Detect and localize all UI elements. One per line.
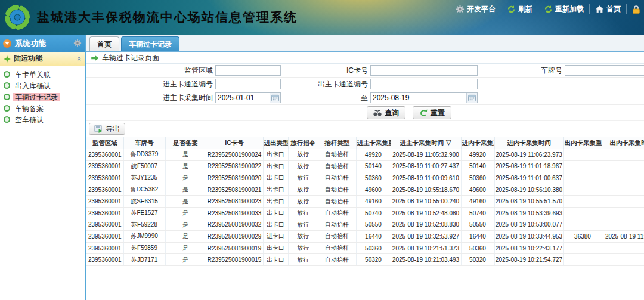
reload-link[interactable]: 重新加载	[538, 4, 590, 14]
column-header[interactable]: 进出类型	[263, 137, 288, 149]
entry-channel-input[interactable]	[215, 79, 281, 89]
table-row[interactable]: 2395360001苏JM9990是R239525081900029进卡口放行自…	[86, 231, 644, 243]
sidebar-header[interactable]: 系统功能	[0, 35, 85, 52]
table-cell: 2025-08-19 10:56:10.380	[494, 184, 564, 196]
refresh-link[interactable]: 刷新	[501, 4, 538, 14]
collect-from-datebox	[215, 92, 281, 103]
sidebar: 系统功能 陆运功能 « 车卡单关联 出入库确认 车辆过卡记录	[0, 35, 86, 300]
column-header[interactable]: IC卡号	[206, 137, 263, 149]
tab-home[interactable]: 首页	[89, 36, 119, 51]
table-cell: 苏F59859	[123, 242, 165, 254]
dev-platform-link[interactable]: 开发平台	[450, 4, 501, 14]
sidebar-item-card-link[interactable]: 车卡单关联	[0, 69, 85, 80]
table-row[interactable]: 2395360001皖F50007是R239525081900022出卡口放行自…	[86, 160, 644, 172]
column-header[interactable]: 放行指令	[288, 137, 318, 149]
table-cell: 50360	[461, 172, 494, 184]
sidebar-item-inout-confirm[interactable]: 出入库确认	[0, 80, 85, 91]
table-cell: 是	[165, 149, 206, 161]
table-cell: 是	[165, 254, 206, 266]
reset-button[interactable]: 重置	[413, 106, 451, 119]
collapse-chevrons-icon[interactable]: «	[76, 57, 83, 61]
table-cell: 2025-08-19 10:33:44.953	[494, 231, 564, 243]
lock-button[interactable]	[627, 5, 644, 14]
binoculars-icon	[373, 110, 382, 116]
column-header[interactable]: 进内卡采集重	[461, 137, 494, 149]
calendar-icon[interactable]	[270, 93, 280, 103]
table-cell	[564, 160, 602, 172]
ic-card-input[interactable]	[370, 65, 478, 76]
main-panel: 首页 车辆过卡记录 车辆过卡记录页面 监管区域 IC卡号 车牌号	[86, 35, 644, 300]
table-cell: 苏FE1527	[123, 207, 165, 219]
sprout-icon	[4, 55, 11, 63]
table-row[interactable]: 2395360001苏FE1527是R239525081900033出卡口放行自…	[86, 207, 644, 219]
table-row[interactable]: 2395360001苏F59859是R239525081900019出卡口放行自…	[86, 242, 644, 254]
search-button-label: 查询	[385, 108, 399, 118]
column-header[interactable]: 抬杆类型	[318, 137, 356, 149]
sidebar-item-empty-vehicle[interactable]: 空车确认	[0, 114, 85, 125]
column-header[interactable]: 监管区域	[86, 137, 123, 149]
table-cell: 自动抬杆	[318, 149, 356, 161]
column-header[interactable]: 出内卡采集时	[602, 137, 644, 149]
collect-from-label: 进主卡采集时间	[86, 93, 215, 103]
column-header[interactable]: 是否备案	[165, 137, 206, 149]
table-cell	[564, 184, 602, 196]
top-nav: 开发平台 刷新	[450, 4, 642, 14]
bullet-icon	[4, 116, 10, 123]
table-row[interactable]: 2395360001皖SE6315是R239525081900023出卡口放行自…	[86, 196, 644, 208]
table-cell	[564, 242, 602, 254]
table-cell	[602, 242, 644, 254]
exit-channel-input[interactable]	[370, 79, 478, 89]
sidebar-item-label: 空车确认	[13, 116, 45, 124]
home-link[interactable]: 首页	[590, 4, 627, 14]
sidebar-group-landtransport[interactable]: 陆运功能 «	[0, 52, 85, 66]
sidebar-item-vehicle-records[interactable]: 车辆过卡记录	[0, 91, 85, 103]
sidebar-group-label: 陆运功能	[14, 54, 75, 64]
sidebar-item-label: 出入库确认	[13, 82, 52, 90]
region-input[interactable]	[215, 65, 281, 76]
table-cell	[602, 254, 644, 266]
table-cell: 自动抬杆	[318, 172, 356, 184]
column-header[interactable]: 进主卡采集时间 ▽	[391, 137, 461, 149]
calendar-icon[interactable]	[466, 93, 477, 103]
table-cell: 2025-08-19 11:05:32.900	[391, 149, 461, 161]
table-cell: 16440	[461, 231, 494, 243]
table-row[interactable]: 2395360001鲁DD3379是R239525081900024出卡口放行自…	[86, 149, 644, 161]
table-cell: 49920	[461, 149, 494, 161]
home-icon	[595, 5, 604, 14]
collapse-circle-icon[interactable]	[3, 39, 11, 48]
table-cell: 出卡口	[263, 160, 288, 172]
sidebar-item-vehicle-filing[interactable]: 车辆备案	[0, 103, 85, 114]
sidebar-title: 系统功能	[15, 38, 70, 49]
export-button[interactable]: 导出	[89, 123, 125, 135]
table-cell: 2025-08-19 11:00:09.610	[391, 172, 461, 184]
column-header[interactable]: 进内卡采集时间	[494, 137, 564, 149]
table-cell: 苏F59228	[123, 219, 165, 231]
table-cell: 50320	[356, 254, 391, 266]
table-row[interactable]: 2395360001苏JD7171是R239525081900015出卡口放行自…	[86, 254, 644, 266]
table-cell: 是	[165, 231, 206, 243]
dev-platform-label: 开发平台	[467, 4, 496, 14]
table-row[interactable]: 2395360001苏F59228是R239525081900032出卡口放行自…	[86, 219, 644, 231]
column-header[interactable]: 出内卡采集重	[564, 137, 602, 149]
form-buttons-row: 查询 重置	[86, 105, 644, 121]
column-header[interactable]: 进主卡采集重	[356, 137, 391, 149]
tab-vehicle-records[interactable]: 车辆过卡记录	[121, 36, 179, 51]
table-cell	[602, 196, 644, 208]
table-row[interactable]: 2395360001鲁DC5382是R239525081900021出卡口放行自…	[86, 184, 644, 196]
table-cell: R239525081900019	[206, 242, 263, 254]
sidebar-gear-icon[interactable]	[73, 39, 82, 48]
table-cell	[602, 149, 644, 161]
table-cell: 2025-08-19 10:32:53.927	[391, 231, 461, 243]
search-button[interactable]: 查询	[367, 106, 405, 119]
table-cell: R239525081900029	[206, 231, 263, 243]
table-cell	[602, 184, 644, 196]
table-cell: 50140	[356, 160, 391, 172]
column-header[interactable]: 车牌号	[123, 137, 165, 149]
table-row[interactable]: 2395360001苏JY1235是R239525081900020出卡口放行自…	[86, 172, 644, 184]
plate-input[interactable]	[565, 65, 644, 76]
table-cell: R239525081900021	[206, 184, 263, 196]
collect-to-input[interactable]	[371, 93, 466, 103]
table-cell: 是	[165, 219, 206, 231]
home-label: 首页	[606, 4, 621, 14]
collect-from-input[interactable]	[216, 93, 270, 103]
